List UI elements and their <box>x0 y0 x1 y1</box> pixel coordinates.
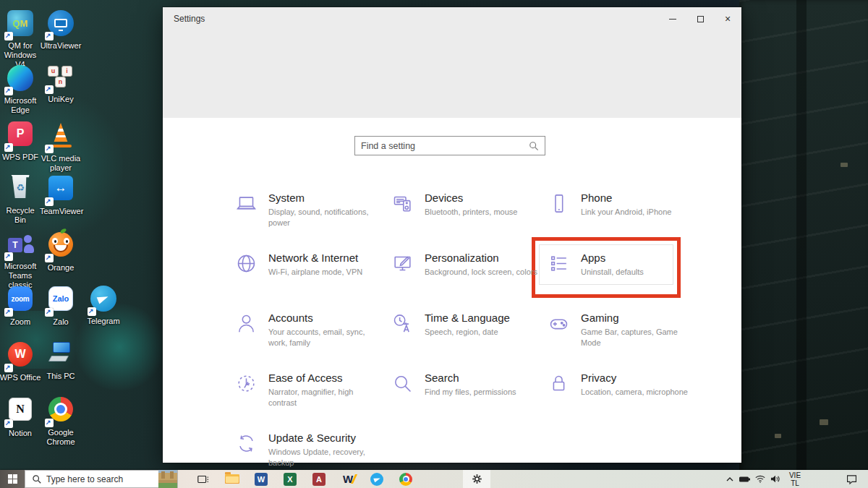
category-title: Search <box>425 372 516 384</box>
desktop-icon-telegram[interactable]: Telegram <box>82 284 124 326</box>
privacy-icon <box>548 372 570 395</box>
taskbar-access[interactable]: A <box>305 470 333 488</box>
shortcut-arrow-icon <box>4 143 13 152</box>
taskbar: W X A W VIE TL <box>0 470 868 488</box>
taskbar-search-input[interactable] <box>46 474 158 484</box>
taskbar-word[interactable]: W <box>247 470 275 488</box>
category-title: Devices <box>425 192 517 204</box>
shortcut-arrow-icon <box>4 252 13 261</box>
desktop-icon-label: WPS PDF <box>0 153 41 162</box>
tray-battery[interactable] <box>737 470 752 488</box>
shortcut-arrow-icon <box>4 32 13 40</box>
language-line1: VIE <box>783 471 807 479</box>
action-center-button[interactable] <box>839 470 864 488</box>
close-button[interactable]: × <box>714 9 741 29</box>
teamviewer-icon: ↔ <box>48 176 73 200</box>
maximize-button[interactable] <box>686 9 714 29</box>
settings-category-system[interactable]: SystemDisplay, sound, notifications, pow… <box>235 188 391 248</box>
desktop-icon-label: Zoom <box>0 317 41 327</box>
settings-category-apps[interactable]: AppsUninstall, defaults <box>548 248 704 308</box>
orange-icon <box>48 232 73 257</box>
accounts-icon <box>235 312 258 335</box>
category-subtitle: Find my files, permissions <box>425 387 516 398</box>
desktop-icon-qm-for-windows[interactable]: QM QM for Windows V4 <box>0 9 41 69</box>
category-title: Privacy <box>581 372 688 384</box>
action-center-icon <box>846 474 858 485</box>
wifi-icon <box>754 474 766 484</box>
shortcut-arrow-icon <box>45 197 54 206</box>
desktop-icon-chrome[interactable]: Google Chrome <box>40 395 82 447</box>
category-title: Gaming <box>581 312 695 324</box>
update-security-icon <box>235 432 258 455</box>
category-subtitle: Link your Android, iPhone <box>581 207 671 218</box>
excel-icon: X <box>284 473 297 486</box>
shortcut-arrow-icon <box>45 32 54 40</box>
desktop-icon-teamviewer[interactable]: ↔ TeamViewer <box>40 174 82 216</box>
close-icon: × <box>725 14 731 24</box>
category-subtitle: Your accounts, email, sync, work, family <box>268 327 383 348</box>
category-subtitle: Game Bar, captures, Game Mode <box>581 327 695 348</box>
shortcut-arrow-icon <box>45 419 54 427</box>
desktop-icon-ultraviewer[interactable]: UltraViewer <box>40 9 82 51</box>
tray-wifi[interactable] <box>752 470 767 488</box>
this-pc-icon <box>47 341 75 368</box>
desktop-icon-zoom[interactable]: zoom Zoom <box>0 284 41 327</box>
settings-category-privacy[interactable]: PrivacyLocation, camera, microphone <box>548 368 704 428</box>
category-subtitle: Narrator, magnifier, high contrast <box>268 387 383 408</box>
task-view-button[interactable] <box>190 470 217 488</box>
tray-expand-chevron[interactable] <box>722 470 737 488</box>
taskbar-chrome[interactable] <box>392 470 420 488</box>
desktop-icon-this-pc[interactable]: This PC <box>40 340 82 381</box>
language-line2: TL <box>783 479 807 487</box>
settings-category-phone[interactable]: PhoneLink your Android, iPhone <box>548 188 704 248</box>
personalization-icon <box>391 252 414 275</box>
phone-icon <box>548 192 570 215</box>
settings-category-devices[interactable]: DevicesBluetooth, printers, mouse <box>391 188 548 248</box>
window-title: Settings <box>163 14 659 24</box>
wallpaper-building <box>739 0 868 488</box>
settings-category-search[interactable]: SearchFind my files, permissions <box>391 368 548 428</box>
category-title: Phone <box>581 192 671 204</box>
find-a-setting-search[interactable] <box>354 136 545 155</box>
settings-category-time-language[interactable]: Time & LanguageSpeech, region, date <box>391 308 548 368</box>
desktop-icon-teams[interactable]: T Microsoft Teams classic <box>0 229 41 290</box>
category-subtitle: Bluetooth, printers, mouse <box>425 207 517 218</box>
desktop-icon-microsoft-edge[interactable]: Microsoft Edge <box>0 64 41 115</box>
search-highlight-image[interactable] <box>158 470 177 488</box>
category-subtitle: Wi-Fi, airplane mode, VPN <box>268 267 362 278</box>
settings-category-network[interactable]: Network & InternetWi-Fi, airplane mode, … <box>235 248 391 308</box>
battery-icon <box>739 475 751 484</box>
find-a-setting-input[interactable] <box>355 141 529 151</box>
taskbar-search-box[interactable] <box>25 470 178 488</box>
settings-category-gaming[interactable]: GamingGame Bar, captures, Game Mode <box>548 308 704 368</box>
start-button[interactable] <box>0 470 25 488</box>
desktop-icon-orange[interactable]: Orange <box>40 229 82 273</box>
time-language-icon <box>391 312 414 335</box>
word-icon: W <box>255 473 268 486</box>
desktop-icon-recycle-bin[interactable]: ♻ Recycle Bin <box>0 174 41 225</box>
desktop-icon-wps-pdf[interactable]: P WPS PDF <box>0 119 41 162</box>
gaming-icon <box>548 312 570 335</box>
taskbar-file-explorer[interactable] <box>218 470 246 488</box>
taskbar-excel[interactable]: X <box>276 470 304 488</box>
settings-category-ease-of-access[interactable]: Ease of AccessNarrator, magnifier, high … <box>235 368 391 428</box>
settings-category-accounts[interactable]: AccountsYour accounts, email, sync, work… <box>235 308 391 368</box>
desktop-icon-notion[interactable]: N Notion <box>0 395 41 438</box>
language-indicator[interactable]: VIE TL <box>783 471 807 487</box>
category-subtitle: Speech, region, date <box>425 327 510 338</box>
desktop: QM QM for Windows V4 UltraViewer Microso… <box>0 0 868 488</box>
desktop-icon-zalo[interactable]: Zalo Zalo <box>40 284 82 327</box>
settings-category-personalization[interactable]: PersonalizationBackground, lock screen, … <box>391 248 548 308</box>
desktop-icon-vlc[interactable]: VLC media player <box>40 119 82 173</box>
telegram-icon <box>370 473 383 486</box>
desktop-icon-unikey[interactable]: u i n UniKey <box>40 64 82 104</box>
taskbar-settings[interactable] <box>463 470 490 488</box>
category-title: Apps <box>581 252 644 264</box>
wps-office-icon: W <box>8 342 33 367</box>
taskbar-w-lightning-app[interactable]: W <box>334 470 362 488</box>
tray-volume[interactable] <box>767 470 783 488</box>
minimize-button[interactable] <box>659 9 686 29</box>
taskbar-telegram[interactable] <box>363 470 391 488</box>
desktop-icon-label: Telegram <box>82 317 124 326</box>
desktop-icon-wps-office[interactable]: W WPS Office <box>0 340 41 382</box>
